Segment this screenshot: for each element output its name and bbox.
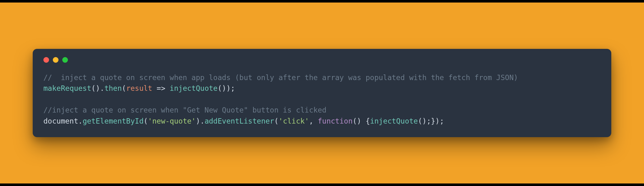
code-token: () { bbox=[353, 117, 370, 125]
page-background: // inject a quote on screen when app loa… bbox=[0, 3, 644, 183]
code-token: ()); bbox=[218, 84, 235, 92]
code-token: 'click' bbox=[279, 117, 309, 125]
code-token: then bbox=[104, 84, 122, 92]
code-token: getElementById bbox=[83, 117, 144, 125]
close-icon[interactable] bbox=[43, 57, 49, 63]
code-token: ( bbox=[122, 84, 126, 92]
code-token: 'new-quote' bbox=[148, 117, 196, 125]
code-window: // inject a quote on screen when app loa… bbox=[33, 49, 611, 137]
code-token: => bbox=[152, 84, 169, 92]
code-token: (). bbox=[91, 84, 104, 92]
code-token: ( bbox=[274, 117, 279, 125]
maximize-icon[interactable] bbox=[62, 57, 68, 63]
code-token: makeRequest bbox=[43, 84, 91, 92]
code-token: // inject a quote on screen when app loa… bbox=[43, 73, 518, 82]
code-token: //inject a quote on screen when "Get New… bbox=[43, 106, 326, 114]
code-token: ( bbox=[144, 117, 148, 125]
code-token: addEventListener bbox=[204, 117, 274, 125]
code-token: ();}); bbox=[418, 117, 444, 125]
code-token: , bbox=[309, 117, 318, 125]
code-block: // inject a quote on screen when app loa… bbox=[43, 72, 601, 127]
code-token: document. bbox=[43, 117, 83, 125]
code-token: injectQuote bbox=[370, 117, 418, 125]
window-controls bbox=[43, 57, 601, 63]
code-token: ). bbox=[196, 117, 205, 125]
code-token: result bbox=[126, 84, 152, 92]
code-token: function bbox=[318, 117, 353, 125]
code-token: injectQuote bbox=[170, 84, 218, 92]
minimize-icon[interactable] bbox=[53, 57, 58, 63]
